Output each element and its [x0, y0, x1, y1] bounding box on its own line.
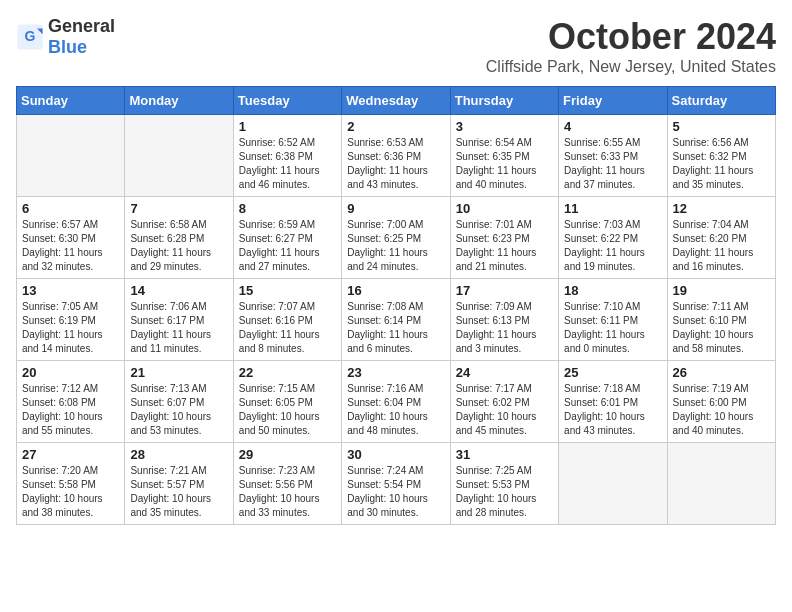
- title-block: October 2024 Cliffside Park, New Jersey,…: [486, 16, 776, 76]
- week-row-2: 6Sunrise: 6:57 AMSunset: 6:30 PMDaylight…: [17, 197, 776, 279]
- day-number: 23: [347, 365, 444, 380]
- day-info: Sunrise: 6:54 AMSunset: 6:35 PMDaylight:…: [456, 136, 553, 192]
- day-info: Sunrise: 6:58 AMSunset: 6:28 PMDaylight:…: [130, 218, 227, 274]
- day-number: 8: [239, 201, 336, 216]
- day-cell: 4Sunrise: 6:55 AMSunset: 6:33 PMDaylight…: [559, 115, 667, 197]
- weekday-header-saturday: Saturday: [667, 87, 775, 115]
- day-info: Sunrise: 7:15 AMSunset: 6:05 PMDaylight:…: [239, 382, 336, 438]
- week-row-1: 1Sunrise: 6:52 AMSunset: 6:38 PMDaylight…: [17, 115, 776, 197]
- weekday-header-friday: Friday: [559, 87, 667, 115]
- page-header: G General Blue October 2024 Cliffside Pa…: [16, 16, 776, 76]
- day-cell: [667, 443, 775, 525]
- day-cell: 6Sunrise: 6:57 AMSunset: 6:30 PMDaylight…: [17, 197, 125, 279]
- day-number: 16: [347, 283, 444, 298]
- day-number: 15: [239, 283, 336, 298]
- weekday-header-thursday: Thursday: [450, 87, 558, 115]
- weekday-header-tuesday: Tuesday: [233, 87, 341, 115]
- location-title: Cliffside Park, New Jersey, United State…: [486, 58, 776, 76]
- day-cell: [125, 115, 233, 197]
- day-number: 26: [673, 365, 770, 380]
- day-info: Sunrise: 7:04 AMSunset: 6:20 PMDaylight:…: [673, 218, 770, 274]
- calendar-table: SundayMondayTuesdayWednesdayThursdayFrid…: [16, 86, 776, 525]
- day-number: 12: [673, 201, 770, 216]
- day-number: 5: [673, 119, 770, 134]
- month-title: October 2024: [486, 16, 776, 58]
- day-cell: 13Sunrise: 7:05 AMSunset: 6:19 PMDayligh…: [17, 279, 125, 361]
- day-number: 11: [564, 201, 661, 216]
- day-number: 9: [347, 201, 444, 216]
- svg-text:G: G: [25, 28, 36, 44]
- day-info: Sunrise: 7:10 AMSunset: 6:11 PMDaylight:…: [564, 300, 661, 356]
- day-number: 18: [564, 283, 661, 298]
- day-info: Sunrise: 7:09 AMSunset: 6:13 PMDaylight:…: [456, 300, 553, 356]
- day-cell: 20Sunrise: 7:12 AMSunset: 6:08 PMDayligh…: [17, 361, 125, 443]
- day-cell: 18Sunrise: 7:10 AMSunset: 6:11 PMDayligh…: [559, 279, 667, 361]
- logo-text: General Blue: [48, 16, 115, 58]
- day-info: Sunrise: 7:13 AMSunset: 6:07 PMDaylight:…: [130, 382, 227, 438]
- day-cell: 31Sunrise: 7:25 AMSunset: 5:53 PMDayligh…: [450, 443, 558, 525]
- day-cell: 2Sunrise: 6:53 AMSunset: 6:36 PMDaylight…: [342, 115, 450, 197]
- day-info: Sunrise: 7:03 AMSunset: 6:22 PMDaylight:…: [564, 218, 661, 274]
- day-info: Sunrise: 6:57 AMSunset: 6:30 PMDaylight:…: [22, 218, 119, 274]
- day-info: Sunrise: 7:16 AMSunset: 6:04 PMDaylight:…: [347, 382, 444, 438]
- day-cell: 30Sunrise: 7:24 AMSunset: 5:54 PMDayligh…: [342, 443, 450, 525]
- day-info: Sunrise: 6:56 AMSunset: 6:32 PMDaylight:…: [673, 136, 770, 192]
- day-number: 3: [456, 119, 553, 134]
- day-number: 27: [22, 447, 119, 462]
- day-info: Sunrise: 7:05 AMSunset: 6:19 PMDaylight:…: [22, 300, 119, 356]
- day-cell: [17, 115, 125, 197]
- day-cell: 22Sunrise: 7:15 AMSunset: 6:05 PMDayligh…: [233, 361, 341, 443]
- day-info: Sunrise: 7:25 AMSunset: 5:53 PMDaylight:…: [456, 464, 553, 520]
- day-info: Sunrise: 7:21 AMSunset: 5:57 PMDaylight:…: [130, 464, 227, 520]
- week-row-5: 27Sunrise: 7:20 AMSunset: 5:58 PMDayligh…: [17, 443, 776, 525]
- day-cell: 5Sunrise: 6:56 AMSunset: 6:32 PMDaylight…: [667, 115, 775, 197]
- day-cell: 28Sunrise: 7:21 AMSunset: 5:57 PMDayligh…: [125, 443, 233, 525]
- weekday-header-wednesday: Wednesday: [342, 87, 450, 115]
- day-info: Sunrise: 7:08 AMSunset: 6:14 PMDaylight:…: [347, 300, 444, 356]
- day-info: Sunrise: 7:17 AMSunset: 6:02 PMDaylight:…: [456, 382, 553, 438]
- day-number: 30: [347, 447, 444, 462]
- day-number: 17: [456, 283, 553, 298]
- day-cell: 19Sunrise: 7:11 AMSunset: 6:10 PMDayligh…: [667, 279, 775, 361]
- weekday-header-monday: Monday: [125, 87, 233, 115]
- day-info: Sunrise: 7:23 AMSunset: 5:56 PMDaylight:…: [239, 464, 336, 520]
- day-number: 14: [130, 283, 227, 298]
- day-number: 10: [456, 201, 553, 216]
- day-cell: [559, 443, 667, 525]
- day-cell: 29Sunrise: 7:23 AMSunset: 5:56 PMDayligh…: [233, 443, 341, 525]
- day-info: Sunrise: 7:12 AMSunset: 6:08 PMDaylight:…: [22, 382, 119, 438]
- logo-blue: Blue: [48, 37, 87, 57]
- day-number: 25: [564, 365, 661, 380]
- day-info: Sunrise: 7:06 AMSunset: 6:17 PMDaylight:…: [130, 300, 227, 356]
- day-cell: 16Sunrise: 7:08 AMSunset: 6:14 PMDayligh…: [342, 279, 450, 361]
- day-cell: 15Sunrise: 7:07 AMSunset: 6:16 PMDayligh…: [233, 279, 341, 361]
- day-number: 28: [130, 447, 227, 462]
- day-info: Sunrise: 7:11 AMSunset: 6:10 PMDaylight:…: [673, 300, 770, 356]
- day-cell: 12Sunrise: 7:04 AMSunset: 6:20 PMDayligh…: [667, 197, 775, 279]
- weekday-header-row: SundayMondayTuesdayWednesdayThursdayFrid…: [17, 87, 776, 115]
- day-info: Sunrise: 6:55 AMSunset: 6:33 PMDaylight:…: [564, 136, 661, 192]
- logo-icon: G: [16, 23, 44, 51]
- day-info: Sunrise: 6:53 AMSunset: 6:36 PMDaylight:…: [347, 136, 444, 192]
- day-cell: 24Sunrise: 7:17 AMSunset: 6:02 PMDayligh…: [450, 361, 558, 443]
- day-info: Sunrise: 6:59 AMSunset: 6:27 PMDaylight:…: [239, 218, 336, 274]
- day-cell: 26Sunrise: 7:19 AMSunset: 6:00 PMDayligh…: [667, 361, 775, 443]
- day-number: 20: [22, 365, 119, 380]
- week-row-3: 13Sunrise: 7:05 AMSunset: 6:19 PMDayligh…: [17, 279, 776, 361]
- day-info: Sunrise: 7:07 AMSunset: 6:16 PMDaylight:…: [239, 300, 336, 356]
- day-number: 21: [130, 365, 227, 380]
- day-cell: 3Sunrise: 6:54 AMSunset: 6:35 PMDaylight…: [450, 115, 558, 197]
- day-number: 7: [130, 201, 227, 216]
- week-row-4: 20Sunrise: 7:12 AMSunset: 6:08 PMDayligh…: [17, 361, 776, 443]
- day-number: 13: [22, 283, 119, 298]
- day-cell: 9Sunrise: 7:00 AMSunset: 6:25 PMDaylight…: [342, 197, 450, 279]
- day-info: Sunrise: 7:24 AMSunset: 5:54 PMDaylight:…: [347, 464, 444, 520]
- day-cell: 8Sunrise: 6:59 AMSunset: 6:27 PMDaylight…: [233, 197, 341, 279]
- day-info: Sunrise: 7:18 AMSunset: 6:01 PMDaylight:…: [564, 382, 661, 438]
- weekday-header-sunday: Sunday: [17, 87, 125, 115]
- day-number: 2: [347, 119, 444, 134]
- day-number: 22: [239, 365, 336, 380]
- day-cell: 25Sunrise: 7:18 AMSunset: 6:01 PMDayligh…: [559, 361, 667, 443]
- day-info: Sunrise: 7:20 AMSunset: 5:58 PMDaylight:…: [22, 464, 119, 520]
- day-info: Sunrise: 7:00 AMSunset: 6:25 PMDaylight:…: [347, 218, 444, 274]
